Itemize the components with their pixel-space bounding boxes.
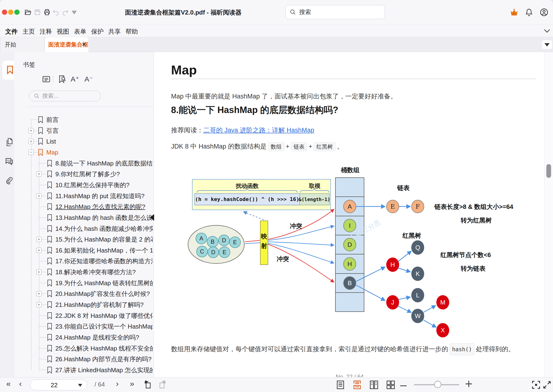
- expand-toggle[interactable]: +: [36, 193, 42, 199]
- bookmark-row[interactable]: + 9.你对红黑树了解多少?: [14, 168, 153, 180]
- expand-toggle[interactable]: +: [28, 139, 34, 144]
- zoom-in-icon[interactable]: [464, 379, 473, 388]
- vertical-scrollbar[interactable]: [544, 52, 553, 377]
- reading-link[interactable]: 二哥的 Java 进阶之路：详解 HashMap: [203, 127, 314, 134]
- bookmark-row[interactable]: 24.HashMap 是线程安全的吗?: [14, 332, 153, 343]
- open-file-icon[interactable]: [24, 9, 31, 16]
- redo-icon[interactable]: [62, 9, 69, 16]
- bookmark-row[interactable]: + List: [14, 136, 153, 147]
- tab-start[interactable]: 开始: [1, 37, 44, 52]
- expand-toggle[interactable]: +: [36, 291, 42, 296]
- expand-toggle[interactable]: −: [28, 150, 34, 155]
- bookmark-search-icon[interactable]: [58, 75, 66, 84]
- bookmark-row[interactable]: 10.红黑树怎么保持平衡的?: [14, 180, 153, 190]
- facing-pages-view-icon[interactable]: [369, 380, 378, 389]
- menu-file[interactable]: 文件: [5, 28, 20, 36]
- bookmark-row[interactable]: 27.讲讲 LinkedHashMap 怎么实现的?: [14, 364, 153, 376]
- quad-pages-view-icon[interactable]: [386, 380, 395, 389]
- menu-form[interactable]: 表单: [74, 28, 88, 36]
- zoom-window-button[interactable]: [14, 10, 20, 15]
- save-icon[interactable]: [34, 9, 41, 16]
- bookmarks-panel-icon[interactable]: [6, 66, 14, 74]
- pages-panel-icon[interactable]: [5, 138, 14, 147]
- first-page-button[interactable]: «: [6, 379, 11, 388]
- menu-help[interactable]: 帮助: [126, 28, 140, 36]
- prev-page-button[interactable]: ‹: [19, 379, 22, 388]
- expand-toggle[interactable]: +: [36, 237, 42, 242]
- menu-home[interactable]: 主页: [22, 28, 37, 36]
- toolbar-dropdown-icon[interactable]: [71, 9, 77, 16]
- single-page-view-icon[interactable]: [336, 380, 345, 389]
- expand-toggle[interactable]: +: [28, 128, 34, 133]
- comments-panel-icon[interactable]: [5, 157, 13, 166]
- zoom-slider-thumb[interactable]: [434, 381, 441, 388]
- bookmark-row[interactable]: + 11.HashMap 的 put 流程知道吗?: [14, 190, 153, 202]
- bookmark-row[interactable]: 19.为什么 HashMap 链表转红黑树的阈值是8?: [14, 278, 153, 288]
- svg-text:L: L: [416, 292, 419, 299]
- focus-mode-icon[interactable]: [532, 380, 541, 389]
- bookmark-icon: [47, 192, 52, 200]
- bookmark-row[interactable]: 前言: [14, 114, 153, 125]
- account-avatar-icon[interactable]: [540, 8, 548, 17]
- continuous-scroll-view-icon[interactable]: [353, 380, 362, 389]
- menu-protect[interactable]: 保护: [91, 28, 106, 36]
- scrollbar-thumb[interactable]: [546, 164, 551, 178]
- font-increase-icon[interactable]: A⁺: [71, 75, 79, 83]
- bookmark-row[interactable]: + 20.HashMap扩容发生在什么时候?: [14, 288, 153, 299]
- menu-view[interactable]: 视图: [57, 28, 71, 36]
- expand-toggle[interactable]: +: [36, 269, 42, 275]
- tree-guide-stub: [39, 315, 47, 316]
- next-page-button[interactable]: ›: [116, 379, 119, 388]
- bookmark-row[interactable]: 26.HashMap 内部节点是有序的吗?: [14, 354, 153, 364]
- menu-share[interactable]: 共享: [108, 28, 123, 36]
- bookmark-row[interactable]: 25.怎么解决 HashMap 线程不安全的问题?: [14, 343, 153, 354]
- bookmark-row[interactable]: − Map: [14, 147, 153, 158]
- menu-comment[interactable]: 注释: [40, 28, 54, 36]
- bookmark-list-view-icon[interactable]: [42, 75, 50, 84]
- app-window: 面渣逆袭集合框架篇V2.0.pdf - 福昕阅读器 文件 主页 注释 视图 表单…: [0, 0, 553, 392]
- attachments-panel-icon[interactable]: [5, 177, 14, 186]
- bookmark-row[interactable]: 22.JDK 8 对 HashMap 做了哪些优化?: [14, 310, 153, 321]
- close-window-button[interactable]: [2, 10, 7, 15]
- global-search-box[interactable]: [286, 5, 385, 19]
- page-number-field[interactable]: 22: [30, 379, 87, 390]
- collapse-ribbon-chevron-icon[interactable]: [543, 28, 551, 34]
- fullscreen-icon[interactable]: [543, 380, 552, 389]
- font-decrease-icon[interactable]: A⁻: [85, 75, 93, 83]
- tab-close-icon[interactable]: ✕: [82, 37, 86, 52]
- notifications-bell-icon[interactable]: [525, 8, 533, 16]
- sidebar-collapse-icon[interactable]: [150, 214, 154, 221]
- expand-toggle[interactable]: +: [36, 171, 42, 177]
- bookmark-row[interactable]: + 15.为什么 HashMap 的容量是 2 的幂?: [14, 234, 153, 245]
- bookmark-icon: [47, 182, 52, 189]
- bookmark-search-input[interactable]: [42, 91, 97, 100]
- bookmark-icon: [47, 268, 52, 276]
- next-view-icon[interactable]: [158, 380, 167, 389]
- bookmark-row[interactable]: + 18.解决哈希冲突有哪些方法?: [14, 266, 153, 278]
- bookmark-label: 18.解决哈希冲突有哪些方法?: [55, 266, 136, 278]
- page-dropdown-icon[interactable]: [78, 384, 82, 387]
- undo-icon[interactable]: [52, 9, 60, 16]
- search-input[interactable]: [299, 6, 380, 18]
- tab-document-active[interactable]: 面渣逆袭集合框架篇... ✕: [45, 37, 88, 52]
- bookmark-row[interactable]: 23.你能自己设计实现一个 HashMap吗?: [14, 321, 153, 332]
- last-page-button[interactable]: »: [130, 379, 134, 388]
- bucket-array-label: 桶数组: [341, 167, 360, 174]
- bookmark-row[interactable]: 12.HashMap 怎么查找元素的呢?: [14, 201, 153, 212]
- expand-toggle[interactable]: +: [36, 302, 42, 307]
- expand-toggle[interactable]: +: [36, 248, 42, 253]
- upgrade-crown-icon[interactable]: [510, 8, 519, 17]
- bookmark-row[interactable]: 17.你还知道哪些哈希函数的构造方法?: [14, 256, 153, 266]
- bookmark-row[interactable]: 14.为什么 hash 函数能减少哈希冲突?: [14, 223, 153, 234]
- previous-view-icon[interactable]: [143, 380, 152, 389]
- bookmark-row[interactable]: + 21.HashMap的扩容机制了解吗?: [14, 299, 153, 310]
- bookmark-search-box[interactable]: [29, 91, 101, 101]
- bookmark-row[interactable]: + 引言: [14, 125, 153, 136]
- bookmark-row[interactable]: + 16.如果初始化 HashMap，传一个 17 的值会怎样?: [14, 245, 153, 256]
- bookmark-row[interactable]: 8.能说一下 HashMap 的底层数据结构吗?: [14, 158, 153, 169]
- print-icon[interactable]: [43, 9, 50, 16]
- bookmark-row[interactable]: 13.HashMap 的 hash 函数是怎么设计的?: [14, 212, 153, 223]
- tab-list-dropdown[interactable]: [542, 40, 552, 49]
- minimize-window-button[interactable]: [8, 10, 13, 15]
- zoom-out-icon[interactable]: [399, 381, 408, 390]
